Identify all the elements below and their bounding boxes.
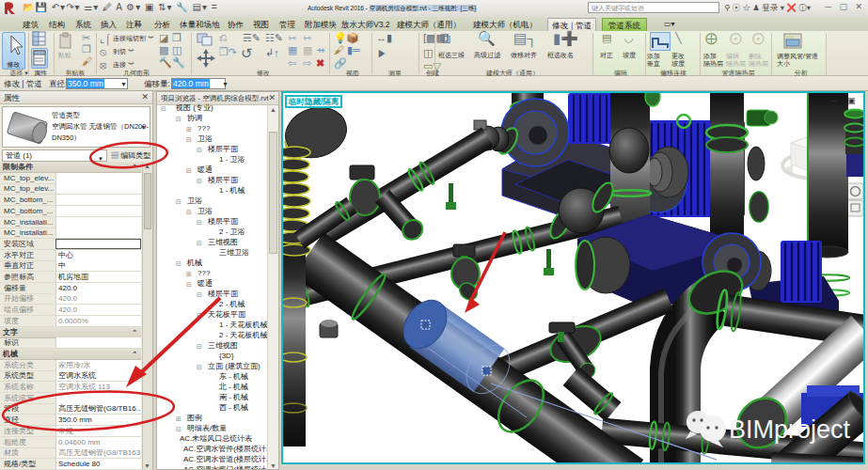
svg-text:─ ▣ ✕: ─ ▣ ✕ <box>830 96 863 105</box>
svg-text:BIMproject: BIMproject <box>729 415 851 444</box>
